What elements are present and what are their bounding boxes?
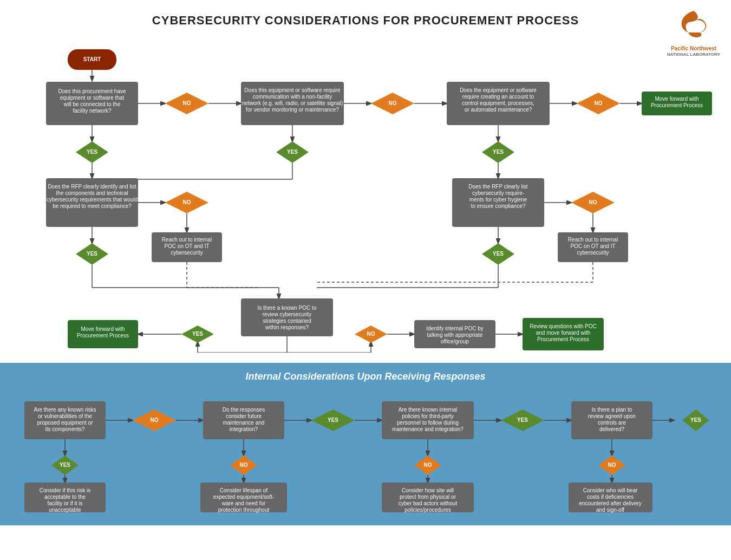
svg-text:communication with a non-facil: communication with a non-facility (253, 94, 332, 100)
svg-text:NO: NO (595, 100, 603, 106)
svg-text:costs if deficiencies: costs if deficiencies (587, 494, 634, 500)
svg-text:ware and need for: ware and need for (221, 500, 266, 506)
svg-text:YES: YES (493, 149, 504, 155)
bottom-section: Internal Considerations Upon Receiving R… (0, 363, 731, 525)
main-container: CYBERSECURITY CONSIDERATIONS FOR PROCURE… (0, 0, 731, 525)
svg-text:network (e.g. wifi, radio, or : network (e.g. wifi, radio, or satellite … (242, 100, 343, 106)
svg-text:Move forward with: Move forward with (81, 326, 125, 332)
svg-text:maintenance and: maintenance and (223, 420, 265, 426)
svg-text:Is there a known POC to: Is there a known POC to (258, 305, 317, 311)
svg-text:equipment or software that: equipment or software that (60, 95, 125, 101)
svg-text:talking with appropriate: talking with appropriate (427, 332, 483, 338)
svg-text:YES: YES (60, 462, 70, 468)
svg-text:consider future: consider future (226, 413, 262, 419)
svg-text:cybersecurity: cybersecurity (171, 250, 203, 256)
svg-text:protect from physical or: protect from physical or (400, 494, 456, 500)
top-section: CYBERSECURITY CONSIDERATIONS FOR PROCURE… (0, 0, 731, 360)
svg-text:YES: YES (87, 149, 97, 155)
svg-text:expected equipment/soft-: expected equipment/soft- (213, 494, 274, 500)
page-title: CYBERSECURITY CONSIDERATIONS FOR PROCURE… (11, 14, 720, 28)
svg-text:protection throughout: protection throughout (218, 507, 270, 513)
svg-text:and move forward with: and move forward with (536, 330, 591, 336)
svg-text:YES: YES (690, 417, 701, 423)
svg-text:YES: YES (517, 417, 528, 423)
svg-text:be required to meet compliance: be required to meet compliance? (53, 203, 132, 209)
bottom-flowchart-svg: Are there any known risks or vulnerabili… (11, 390, 720, 515)
svg-text:control equipment, processes,: control equipment, processes, (462, 100, 534, 106)
svg-text:delivered?: delivered? (599, 426, 625, 432)
svg-text:Review questions with POC: Review questions with POC (530, 323, 596, 329)
svg-text:NO: NO (367, 331, 375, 337)
title-area: CYBERSECURITY CONSIDERATIONS FOR PROCURE… (11, 5, 720, 33)
svg-text:policies/procedures: policies/procedures (404, 507, 451, 513)
svg-text:proposed equipment or: proposed equipment or (37, 420, 94, 426)
start-label: START (83, 56, 101, 62)
svg-text:ments for cyber hygiene: ments for cyber hygiene (469, 197, 527, 203)
logo-area: Pacific Northwest NATIONAL LABORATORY (667, 5, 720, 57)
svg-text:the components and technical: the components and technical (56, 190, 128, 196)
svg-text:cybersecurity: cybersecurity (577, 250, 609, 256)
svg-text:encountered after delivery: encountered after delivery (579, 500, 642, 506)
svg-text:its components?: its components? (45, 426, 85, 432)
svg-text:office/group: office/group (441, 338, 469, 344)
svg-text:POC on OT and IT: POC on OT and IT (164, 243, 209, 249)
svg-text:Procurement Process: Procurement Process (537, 336, 589, 342)
svg-text:or vulnerabilities of the: or vulnerabilities of the (38, 413, 92, 419)
svg-text:cybersecurity requirements tha: cybersecurity requirements that would (47, 197, 138, 203)
svg-text:personnel to follow during: personnel to follow during (397, 420, 459, 426)
svg-text:Reach out to internal: Reach out to internal (568, 237, 618, 243)
svg-text:Procurement Process: Procurement Process (77, 333, 129, 338)
svg-text:review cybersecurity: review cybersecurity (263, 311, 312, 317)
svg-text:YES: YES (192, 331, 203, 337)
svg-text:YES: YES (287, 149, 298, 155)
svg-text:Does the RFP clearly list: Does the RFP clearly list (468, 184, 528, 190)
svg-text:maintenance and integration?: maintenance and integration? (392, 426, 464, 432)
svg-text:NO: NO (424, 462, 432, 468)
svg-text:acceptable to the: acceptable to the (44, 494, 86, 500)
pnnl-logo-icon (675, 5, 713, 43)
svg-text:POC on OT and IT: POC on OT and IT (570, 243, 615, 249)
logo-text: Pacific Northwest NATIONAL LABORATORY (667, 45, 720, 57)
svg-text:Does this equipment or softwar: Does this equipment or software require (244, 87, 341, 93)
svg-text:Move forward with: Move forward with (655, 96, 699, 102)
svg-text:unacceptable: unacceptable (49, 507, 81, 513)
svg-text:YES: YES (87, 251, 97, 257)
svg-text:Consider lifespan of: Consider lifespan of (220, 487, 268, 493)
svg-text:cybersecurity require-: cybersecurity require- (472, 190, 524, 196)
svg-text:NO: NO (608, 462, 616, 468)
svg-text:facility or if it is: facility or if it is (47, 500, 82, 506)
svg-text:review agreed upon: review agreed upon (588, 413, 636, 419)
flowchart-svg: START Does this procurement have equipme… (11, 33, 720, 353)
svg-text:Consider if this risk is: Consider if this risk is (40, 487, 90, 493)
svg-text:for vendor monitoring or maint: for vendor monitoring or maintenance? (246, 107, 339, 113)
bottom-section-title: Internal Considerations Upon Receiving R… (11, 371, 720, 382)
svg-text:Does the RFP clearly identify : Does the RFP clearly identify and list (48, 184, 136, 190)
svg-text:NO: NO (151, 417, 159, 423)
svg-text:to ensure compliance?: to ensure compliance? (471, 203, 526, 209)
svg-text:within responses?: within responses? (265, 324, 309, 330)
svg-text:or automated maintenance?: or automated maintenance? (465, 107, 532, 113)
svg-text:Are there any known risks: Are there any known risks (34, 407, 96, 413)
svg-text:and sign-off: and sign-off (596, 507, 624, 513)
svg-text:controls are: controls are (598, 420, 626, 426)
svg-text:Consider how site will: Consider how site will (402, 487, 454, 493)
svg-text:Procurement Process: Procurement Process (651, 102, 703, 108)
svg-text:YES: YES (328, 417, 338, 423)
svg-text:Does the equipment or software: Does the equipment or software (460, 87, 537, 93)
svg-text:Are there known internal: Are there known internal (399, 407, 457, 413)
svg-text:YES: YES (493, 251, 504, 257)
svg-text:Does this procurement have: Does this procurement have (58, 88, 126, 94)
svg-text:facility network?: facility network? (73, 108, 112, 114)
svg-text:NO: NO (240, 462, 248, 468)
svg-text:Is there a plan to: Is there a plan to (592, 407, 632, 413)
svg-text:integration?: integration? (230, 426, 258, 432)
svg-text:cyber bad actors without: cyber bad actors without (399, 500, 458, 506)
svg-text:NO: NO (183, 199, 191, 205)
svg-text:NO: NO (389, 100, 397, 106)
svg-text:Reach out to internal: Reach out to internal (162, 237, 212, 243)
svg-text:strategies contained: strategies contained (263, 318, 311, 324)
svg-text:NO: NO (183, 100, 191, 106)
svg-text:will be connected to the: will be connected to the (63, 101, 121, 107)
svg-text:Identify internal POC by: Identify internal POC by (426, 325, 484, 331)
svg-text:Do the responses: Do the responses (223, 407, 265, 413)
